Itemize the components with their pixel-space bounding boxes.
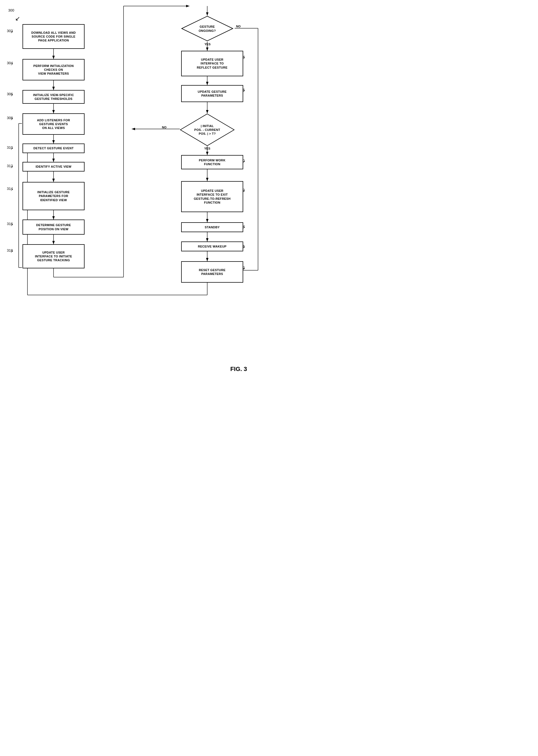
arrow-310: ↗: [10, 147, 13, 151]
no-label-328: NO: [162, 126, 167, 129]
box-316: DETERMINE GESTUREPOSITION ON VIEW: [23, 220, 84, 235]
box-318: UPDATE USERINTERFACE TO INITIATEGESTURE …: [23, 244, 84, 268]
no-label-320: NO: [236, 25, 241, 28]
arrow-312: ↗: [10, 165, 13, 169]
arrow-314: ↗: [10, 188, 13, 192]
box-336: RECEIVE WAKEUP: [181, 241, 243, 251]
box-312: IDENTIFY ACTIVE VIEW: [23, 162, 84, 172]
box-314: INITIALIZE GESTUREPARAMETERS FORIDENTIFI…: [23, 182, 84, 210]
box-306: INITIALIZE VIEW-SPECIFICGESTURE THRESHOL…: [23, 90, 84, 104]
arrow-302: ↗: [10, 30, 13, 34]
arrow-308: ↗: [10, 117, 13, 121]
diagram-arrow: ↙: [15, 15, 20, 22]
box-304: PERFORM INITIALIZATIONCHECKS ONVIEW PARA…: [23, 59, 84, 80]
box-326: UPDATE GESTUREPARAMETERS: [181, 85, 243, 102]
box-308: ADD LISTENERS FORGESTURE EVENTSON ALL VI…: [23, 113, 84, 135]
arrow-304: ↗: [10, 62, 13, 66]
box-324: UPDATE USERINTERFACE TOREFLECT GESTURE: [181, 51, 243, 76]
box-310: DETECT GESTURE EVENT: [23, 143, 84, 153]
figure-label: FIG. 3: [230, 366, 247, 373]
diamond-328: | INITIALPOS. - CURRENTPOS. | > T?: [180, 113, 235, 146]
arrow-318: ↗: [10, 250, 13, 254]
yes-label-320: YES: [204, 42, 211, 46]
box-302: DOWNLOAD ALL VIEWS ANDSOURCE CODE FOR SI…: [23, 24, 84, 49]
box-322: RESET GESTUREPARAMETERS: [181, 261, 243, 283]
flowchart-diagram: 300 ↙ 302 ↗ DOWNLOAD ALL VIEWS ANDSOURCE…: [0, 0, 269, 378]
box-330: PERFORM WORKFUNCTION: [181, 155, 243, 169]
arrow-316: ↗: [10, 223, 13, 227]
arrow-306: ↗: [10, 93, 13, 97]
yes-label-328: YES: [204, 147, 210, 150]
box-334: STANDBY: [181, 222, 243, 232]
diagram-number: 300: [8, 8, 14, 12]
diamond-320: GESTUREONGOING?: [181, 16, 233, 42]
box-332: UPDATE USERINTERFACE TO EXITGESTURE-TO-R…: [181, 181, 243, 212]
